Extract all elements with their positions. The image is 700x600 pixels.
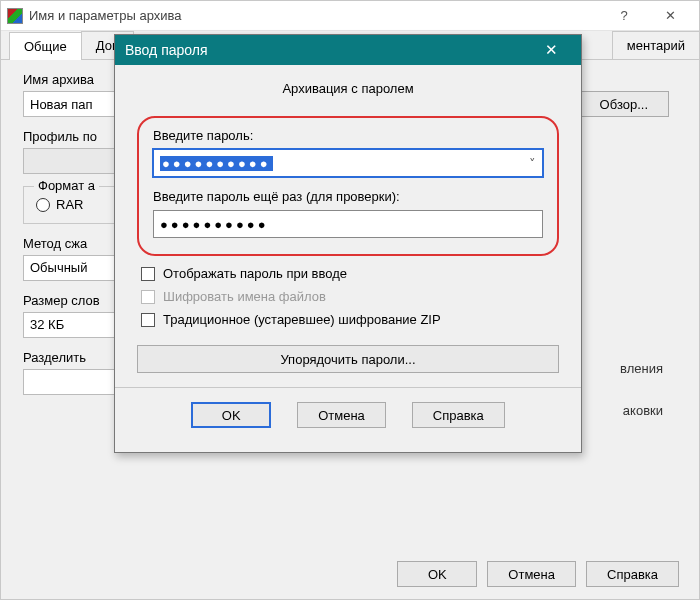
organize-passwords-button[interactable]: Упорядочить пароли... xyxy=(137,345,559,373)
update-label-partial: вления xyxy=(620,361,663,376)
archive-cancel-button[interactable]: Отмена xyxy=(487,561,576,587)
help-titlebar-button[interactable]: ? xyxy=(601,1,647,31)
archive-titlebar: Имя и параметры архива ? ✕ xyxy=(1,1,699,31)
password2-input[interactable]: ●●●●●●●●●● xyxy=(153,210,543,238)
password2-label: Введите пароль ещё раз (для проверки): xyxy=(153,189,543,204)
password-body: Архивация с паролем Введите пароль: ●●●●… xyxy=(115,65,581,452)
password-dialog: Ввод пароля ✕ Архивация с паролем Введит… xyxy=(114,34,582,453)
radio-icon xyxy=(36,198,50,212)
packing-label-partial: аковки xyxy=(623,403,663,418)
format-legend: Формат а xyxy=(34,178,99,193)
password1-label: Введите пароль: xyxy=(153,128,543,143)
archive-footer: OK Отмена Справка xyxy=(397,561,679,587)
password-title: Ввод пароля xyxy=(125,42,208,58)
close-archive-button[interactable]: ✕ xyxy=(647,1,693,31)
close-icon: ✕ xyxy=(545,41,558,59)
browse-cluster: Обзор... xyxy=(579,91,669,117)
password-titlebar: Ввод пароля ✕ xyxy=(115,35,581,65)
show-password-check[interactable]: Отображать пароль при вводе xyxy=(137,266,559,281)
checkbox-icon xyxy=(141,267,155,281)
password-highlight: Введите пароль: ●●●●●●●●●● ˅ Введите пар… xyxy=(137,116,559,256)
close-password-button[interactable]: ✕ xyxy=(531,35,571,65)
password-cancel-button[interactable]: Отмена xyxy=(297,402,386,428)
password-caption: Архивация с паролем xyxy=(137,81,559,96)
tab-general[interactable]: Общие xyxy=(9,32,82,60)
winrar-icon xyxy=(7,8,23,24)
password1-value: ●●●●●●●●●● xyxy=(160,156,273,171)
archive-help-button[interactable]: Справка xyxy=(586,561,679,587)
chevron-down-icon[interactable]: ˅ xyxy=(529,156,536,171)
password1-input[interactable]: ●●●●●●●●●● ˅ xyxy=(153,149,543,177)
checkbox-icon xyxy=(141,290,155,304)
browse-button[interactable]: Обзор... xyxy=(579,91,669,117)
tab-comment-partial[interactable]: ментарий xyxy=(612,31,700,59)
password-help-button[interactable]: Справка xyxy=(412,402,505,428)
archive-name-value: Новая пап xyxy=(30,97,93,112)
encrypt-names-check: Шифровать имена файлов xyxy=(137,289,559,304)
method-value: Обычный xyxy=(30,260,87,275)
legacy-zip-check[interactable]: Традиционное (устаревшее) шифрование ZIP xyxy=(137,312,559,327)
checkbox-icon xyxy=(141,313,155,327)
format-rar-radio[interactable]: RAR xyxy=(36,197,83,212)
password-ok-button[interactable]: OK xyxy=(191,402,271,428)
password-footer: OK Отмена Справка xyxy=(137,388,559,444)
password2-value: ●●●●●●●●●● xyxy=(160,217,269,232)
archive-title: Имя и параметры архива xyxy=(29,8,601,23)
archive-ok-button[interactable]: OK xyxy=(397,561,477,587)
dict-value: 32 КБ xyxy=(30,317,64,332)
